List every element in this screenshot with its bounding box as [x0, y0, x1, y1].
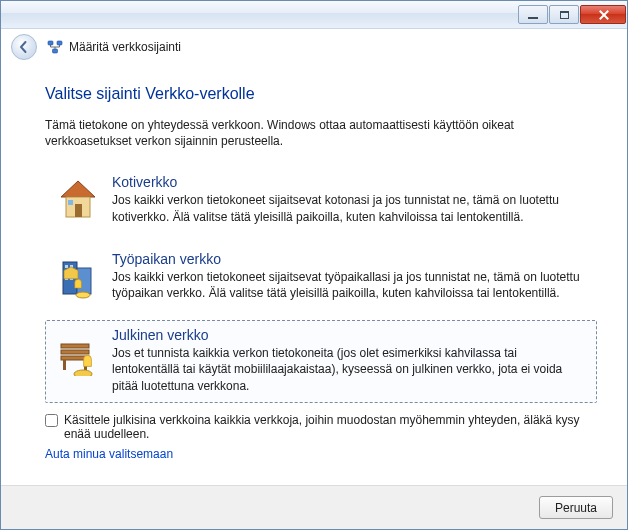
minimize-button[interactable] [518, 5, 548, 24]
cancel-button[interactable]: Peruuta [539, 496, 613, 519]
option-title: Julkinen verkko [112, 327, 586, 343]
maximize-button[interactable] [549, 5, 579, 24]
svg-marker-3 [61, 181, 95, 197]
option-desc: Jos et tunnista kaikkia verkon tietokone… [112, 345, 586, 394]
svg-rect-16 [61, 350, 89, 354]
checkbox-label: Käsittele julkisina verkkoina kaikkia ve… [64, 413, 597, 441]
svg-rect-1 [57, 41, 62, 45]
wizard-title: Määritä verkkosijainti [69, 40, 181, 54]
page-heading: Valitse sijainti Verkko-verkolle [45, 85, 597, 103]
svg-rect-15 [61, 344, 89, 348]
dialog-footer: Peruuta [1, 485, 627, 529]
svg-rect-2 [53, 49, 58, 53]
svg-rect-0 [48, 41, 53, 45]
back-button[interactable] [11, 34, 37, 60]
help-me-choose-link[interactable]: Auta minua valitsemaan [45, 447, 173, 461]
svg-rect-6 [68, 200, 73, 205]
treat-all-public-checkbox[interactable] [45, 414, 58, 427]
intro-text: Tämä tietokone on yhteydessä verkkoon. W… [45, 117, 597, 149]
wizard-header: Määritä verkkosijainti [1, 29, 627, 65]
option-title: Kotiverkko [112, 174, 586, 190]
treat-all-public-checkbox-row[interactable]: Käsittele julkisina verkkoina kaikkia ve… [45, 413, 597, 441]
svg-rect-5 [75, 204, 82, 217]
svg-rect-18 [63, 360, 66, 370]
arrow-left-icon [17, 40, 31, 54]
content-area: Valitse sijainti Verkko-verkolle Tämä ti… [1, 65, 627, 483]
option-work-network[interactable]: Työpaikan verkko Jos kaikki verkon tieto… [45, 244, 597, 310]
option-desc: Jos kaikki verkon tietokoneet sijaitseva… [112, 269, 586, 301]
office-building-icon [54, 253, 102, 301]
option-public-network[interactable]: Julkinen verkko Jos et tunnista kaikkia … [45, 320, 597, 403]
option-desc: Jos kaikki verkon tietokoneet sijaitseva… [112, 192, 586, 224]
network-icon [47, 39, 63, 55]
option-home-network[interactable]: Kotiverkko Jos kaikki verkon tietokoneet… [45, 167, 597, 233]
park-bench-icon [54, 329, 102, 377]
close-button[interactable] [580, 5, 626, 24]
option-title: Työpaikan verkko [112, 251, 586, 267]
home-icon [54, 176, 102, 224]
window-titlebar [1, 1, 627, 29]
svg-rect-9 [65, 265, 68, 268]
